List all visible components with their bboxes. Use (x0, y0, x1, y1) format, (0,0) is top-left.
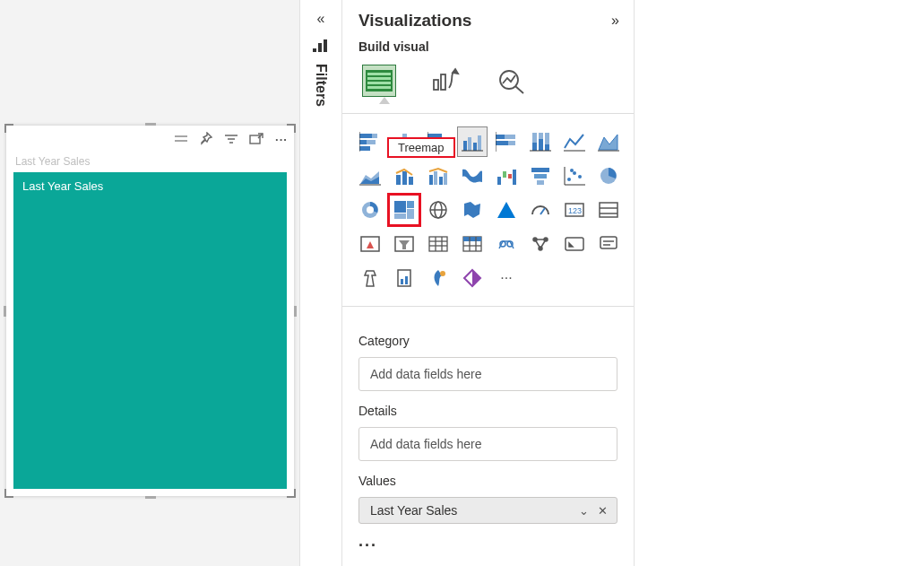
svg-rect-115 (398, 270, 410, 286)
svg-rect-63 (503, 171, 506, 178)
viz-multi-row-card[interactable] (593, 195, 624, 225)
viz-map[interactable] (423, 195, 453, 225)
viz-line[interactable] (559, 126, 590, 157)
svg-point-77 (367, 206, 374, 213)
viz-scatter[interactable] (559, 161, 590, 191)
svg-line-17 (515, 86, 523, 93)
viz-100-stacked-bar[interactable] (491, 126, 522, 157)
viz-decomposition-tree[interactable] (355, 263, 385, 293)
svg-rect-8 (324, 39, 327, 52)
svg-rect-12 (367, 82, 391, 84)
svg-text:123: 123 (568, 206, 582, 215)
viz-ribbon[interactable] (457, 161, 488, 191)
details-well[interactable]: Add data fields here (358, 427, 617, 461)
svg-rect-66 (531, 168, 549, 172)
svg-line-109 (535, 239, 540, 248)
resize-handle-mr[interactable] (294, 306, 297, 317)
visualizations-pane: Visualizations » Build visual Treemap (342, 0, 635, 566)
svg-rect-18 (359, 134, 372, 138)
viz-qna[interactable] (593, 229, 624, 259)
viz-azure-map[interactable] (491, 195, 522, 225)
viz-paginated-report[interactable] (389, 263, 419, 293)
viz-python[interactable] (525, 229, 556, 259)
viz-card[interactable]: 123 (559, 195, 590, 225)
field-wells: Category Add data fields here Details Ad… (342, 314, 634, 526)
collapse-right-icon[interactable]: » (611, 13, 619, 29)
svg-line-110 (540, 239, 546, 248)
viz-waterfall[interactable] (491, 161, 522, 191)
values-field-name: Last Year Sales (370, 503, 457, 518)
svg-point-71 (578, 175, 582, 179)
svg-rect-111 (566, 238, 583, 250)
details-label: Details (358, 404, 617, 418)
svg-rect-99 (463, 237, 481, 241)
viz-line-clustered-column[interactable] (423, 161, 453, 191)
viz-more-visuals[interactable]: ··· (491, 263, 522, 293)
focus-mode-icon[interactable] (247, 130, 265, 148)
viz-matrix[interactable] (457, 229, 488, 259)
svg-rect-116 (401, 279, 403, 284)
category-well[interactable]: Add data fields here (358, 357, 617, 391)
expand-left-icon[interactable]: « (300, 11, 341, 27)
resize-handle-bl[interactable] (4, 489, 13, 498)
filters-pane-collapsed[interactable]: « Filters (299, 0, 342, 566)
report-canvas: ··· Last Year Sales Last Year Sales (0, 0, 299, 566)
more-fields-icon[interactable]: ··· (342, 526, 634, 566)
svg-rect-79 (407, 201, 414, 208)
svg-rect-112 (600, 237, 617, 248)
viz-power-automate[interactable] (457, 263, 488, 293)
svg-rect-7 (318, 43, 322, 52)
viz-table[interactable] (423, 229, 453, 259)
viz-funnel[interactable] (525, 161, 556, 191)
viz-pie[interactable] (593, 161, 624, 191)
svg-rect-61 (444, 173, 447, 185)
viz-filled-map[interactable] (457, 195, 488, 225)
resize-handle-mb[interactable] (145, 496, 156, 499)
svg-rect-55 (396, 175, 401, 185)
viz-stacked-area[interactable] (355, 161, 385, 191)
filter-icon[interactable] (222, 130, 240, 148)
viz-line-stacked-column[interactable] (389, 161, 419, 191)
viz-key-influencers[interactable] (559, 229, 590, 259)
pin-icon[interactable] (197, 130, 215, 148)
resize-handle-ml[interactable] (4, 306, 6, 317)
svg-point-70 (573, 171, 576, 175)
visual-container[interactable]: ··· Last Year Sales Last Year Sales (6, 126, 294, 496)
viz-kpi[interactable] (355, 229, 385, 259)
resize-handle-tl[interactable] (4, 124, 13, 133)
more-options-icon[interactable]: ··· (272, 130, 290, 148)
values-label: Values (358, 474, 617, 488)
viz-power-apps[interactable] (423, 263, 453, 293)
svg-rect-67 (534, 174, 547, 179)
svg-rect-6 (313, 48, 316, 52)
viz-stacked-bar-h[interactable] (355, 126, 385, 157)
viz-r-script[interactable] (491, 229, 522, 259)
viz-gauge[interactable] (525, 195, 556, 225)
resize-handle-br[interactable] (287, 489, 296, 498)
chevron-down-icon[interactable]: ⌄ (579, 504, 589, 518)
svg-rect-58 (429, 175, 433, 185)
analytics-tab[interactable] (495, 65, 529, 97)
visualizations-title: Visualizations (358, 11, 471, 30)
viz-clustered-column[interactable] (457, 126, 488, 157)
svg-rect-36 (468, 137, 471, 151)
svg-rect-13 (367, 86, 391, 89)
remove-field-icon[interactable]: ✕ (598, 504, 608, 518)
svg-rect-14 (434, 80, 438, 90)
svg-rect-88 (600, 203, 617, 217)
svg-rect-19 (372, 134, 377, 138)
svg-rect-21 (367, 140, 376, 144)
viz-treemap[interactable] (389, 195, 419, 225)
treemap-visual[interactable]: Last Year Sales (13, 172, 287, 489)
viz-donut[interactable] (355, 195, 385, 225)
format-visual-tab[interactable] (428, 65, 462, 97)
visual-toolbar: ··· (172, 127, 290, 151)
build-visual-tab[interactable] (362, 65, 396, 97)
drag-handle-icon[interactable] (172, 130, 190, 148)
visualization-type-grid: Treemap (342, 121, 634, 300)
values-field-pill[interactable]: Last Year Sales ⌄ ✕ (358, 497, 617, 524)
viz-slicer[interactable] (389, 229, 419, 259)
viz-area[interactable] (593, 126, 624, 157)
viz-100-stacked-column[interactable] (525, 126, 556, 157)
resize-handle-mt[interactable] (145, 123, 156, 126)
